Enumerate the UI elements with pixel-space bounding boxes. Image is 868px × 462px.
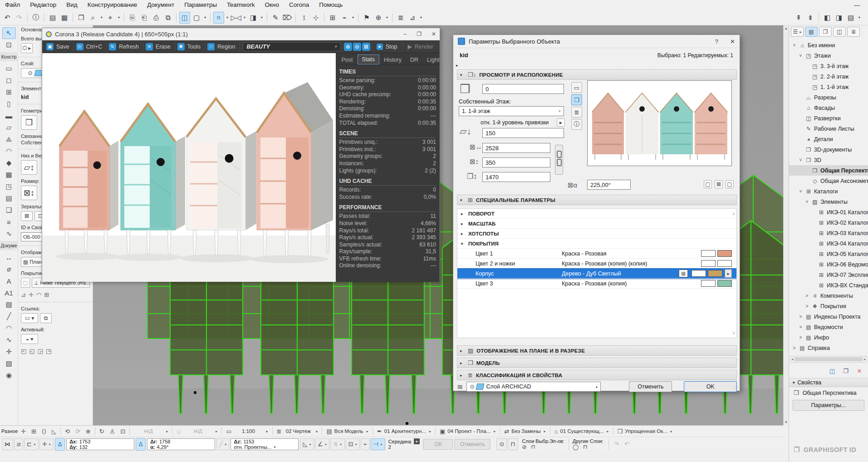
own-story-select[interactable]: 1. 1-й этаж˅	[459, 106, 564, 116]
height-input[interactable]: 1470	[482, 172, 550, 182]
zone-tool[interactable]: ◳	[2, 181, 16, 192]
corner-icon[interactable]: ⊿	[21, 291, 26, 298]
dialog-title-bar[interactable]: Параметры Выбранного Объекта ?✕	[453, 35, 740, 48]
caret-icon[interactable]: ▾	[351, 12, 355, 24]
section-preview-icon[interactable]: ≣	[571, 107, 582, 118]
tab-layout-book[interactable]: ◫	[833, 27, 846, 37]
toolbar-icon[interactable]	[73, 13, 73, 22]
guide-lines-icon[interactable]: ⟟	[299, 12, 309, 24]
add-icon[interactable]: ✛	[29, 291, 34, 298]
close-icon[interactable]: ✕	[730, 38, 735, 45]
section-special-parameters[interactable]: ▾ ⊞ СПЕЦИАЛЬНЫЕ ПАРАМЕТРЫ	[457, 195, 737, 205]
guide-triangle-icon[interactable]: ◺▸	[300, 438, 314, 450]
favorites-icon[interactable]: ▤	[47, 12, 58, 24]
tree-chevron-icon[interactable]: ˅	[798, 189, 803, 194]
snap-point-icon[interactable]: ⊣▸	[371, 438, 385, 450]
swatch-default[interactable]	[701, 250, 716, 257]
layers-icon[interactable]: ≣	[395, 12, 406, 24]
toolbar-icon[interactable]	[358, 13, 358, 22]
tree-chevron-icon[interactable]: ˅	[792, 43, 797, 48]
display-order-icon[interactable]: ◨	[248, 12, 259, 24]
caret-icon[interactable]: ▾	[260, 12, 264, 24]
tree-item[interactable]: ˃ ❖ Покрытия	[789, 301, 868, 311]
favorites-expander-icon[interactable]: ▸	[456, 63, 458, 68]
stop-button[interactable]: ■Stop	[372, 44, 402, 50]
paste-settings-icon[interactable]: ⎗	[139, 12, 150, 24]
coating-row[interactable]: Цвет 3 Краска - Розовая (копия) ▨ ▸	[457, 279, 736, 289]
tree-chevron-icon[interactable]: ˃	[804, 304, 809, 309]
page-up-icon[interactable]: ⇞	[793, 12, 804, 24]
caret-icon[interactable]: ▾	[99, 12, 104, 24]
help-icon[interactable]: ?	[715, 38, 718, 45]
chevron-right-icon[interactable]: ▸	[274, 444, 276, 450]
tree-item[interactable]: ❐ 3D-документы	[789, 144, 868, 155]
statusbar-control[interactable]	[60, 427, 61, 435]
label-tool[interactable]: A1	[2, 287, 16, 299]
angle-input[interactable]: 225,00°	[587, 180, 631, 190]
active-picker[interactable]: ◒ ▾	[21, 334, 38, 344]
corona-toolbar-button[interactable]: ✕Erase	[143, 42, 175, 51]
statusbar-control[interactable]	[613, 427, 613, 435]
wall-tool[interactable]: ▭	[2, 63, 16, 74]
tree-item[interactable]: ⊞ ИКЭ-07 Экспликаци	[789, 270, 868, 280]
tree-item[interactable]: ⊞ ИКЭ-06 Ведомость	[789, 259, 868, 270]
scroll-left-icon[interactable]: ◂	[791, 357, 793, 361]
corner4-icon[interactable]: ◳	[46, 348, 51, 354]
tree-chevron-icon[interactable]: ˅	[804, 199, 809, 204]
find-select-icon[interactable]: ⌕	[88, 12, 98, 24]
corona-toolbar-button[interactable]: ⎘Ctrl+C	[74, 42, 107, 51]
plan-preview-icon[interactable]: ▭	[571, 82, 582, 93]
tree-item[interactable]: ✎ Рабочие Листы	[789, 123, 868, 134]
tree-chevron-icon[interactable]: ˃	[798, 314, 803, 319]
statusbar-control[interactable]: ⟲	[62, 426, 73, 437]
magic-wand-icon[interactable]: ⌁	[361, 438, 370, 450]
list-scroll-down-icon[interactable]: ˅	[732, 331, 735, 336]
tab-publisher[interactable]: ≣	[847, 27, 860, 37]
tree-item[interactable]: ˅ ❒ 3D	[789, 155, 868, 165]
snap-grid-icon[interactable]: ⊏▸	[24, 438, 38, 450]
undo-icon[interactable]: ↶	[2, 12, 13, 24]
vfb-zoom-icon[interactable]: ⊕	[344, 43, 352, 51]
statusbar-control[interactable]: ♙	[107, 426, 118, 437]
resize-grip[interactable]: ░	[735, 385, 738, 390]
z-coordinate-box[interactable]: Δz:1153 отн. Проектны...▸	[230, 438, 299, 450]
tree-item[interactable]: ⊞ ИКЭ-ВХ Стандартн	[789, 280, 868, 290]
tree-chevron-icon[interactable]: ˃	[804, 293, 809, 298]
text-tool[interactable]: A	[2, 275, 16, 287]
lock-icon[interactable]: ⊓	[583, 444, 587, 450]
tree-item[interactable]: ◳ 1. 1-й этаж	[789, 82, 868, 92]
element-snap-icon[interactable]: ⋈	[2, 438, 13, 450]
arrow-tool[interactable]: ↖	[2, 27, 16, 39]
statusbar-control[interactable]: ≣02 Чертеж▸	[274, 426, 321, 437]
corona-toolbar-button[interactable]: ✱Tools	[175, 42, 205, 51]
window-tool[interactable]: ⊞	[2, 86, 16, 98]
grid-snap-icon[interactable]: ⊞	[327, 12, 338, 24]
delta-r-toggle[interactable]: Δ	[136, 438, 146, 451]
edit-plane-icon[interactable]: ⌗	[213, 12, 224, 24]
view-settings-icon[interactable]: ◫	[827, 366, 837, 375]
tree-item[interactable]: ˅ ⌂ Без имени	[789, 40, 868, 50]
collapsed-section-bar[interactable]: ▸ ❒ МОДЕЛЬ	[457, 358, 737, 368]
corona-toolbar-button[interactable]: ↻Refresh	[107, 42, 143, 51]
tree-item[interactable]: ˃ ▤ Ведомости	[789, 322, 868, 332]
stats-tab[interactable]: Stats	[358, 54, 380, 64]
swatch-default[interactable]	[701, 260, 716, 267]
tree-item[interactable]: ˅ ◳ Этажи	[789, 50, 868, 61]
menu-item[interactable]: Corona	[284, 0, 314, 10]
toolbar-icon[interactable]	[27, 13, 28, 22]
chevron-right-icon[interactable]: ▸	[725, 269, 732, 278]
tree-chevron-icon[interactable]: ˅	[798, 157, 803, 162]
section-design-label[interactable]: Констр	[0, 52, 18, 61]
delete-icon[interactable]: ✕	[854, 366, 864, 375]
ok-button[interactable]: OK	[684, 381, 737, 392]
caret-icon[interactable]: ▾	[203, 12, 207, 24]
collapsed-section-bar[interactable]: ▸ ≣ КЛАССИФИКАЦИЯ И СВОЙСТВА	[457, 370, 737, 380]
layer-dropdown[interactable]: ⊙ Слой ARCHICAD ▸	[466, 382, 601, 392]
scroll-up-icon[interactable]: ▲	[785, 26, 788, 30]
mirror-on-button[interactable]: ⊠	[21, 211, 33, 221]
tree-item[interactable]: ˃ ≡ Компоненты	[789, 290, 868, 301]
statusbar-control[interactable]	[172, 427, 172, 435]
size-button[interactable]: ⊠↕	[21, 186, 37, 200]
toolbar-icon[interactable]	[124, 13, 124, 22]
arc-icon[interactable]: ◠	[36, 291, 41, 298]
